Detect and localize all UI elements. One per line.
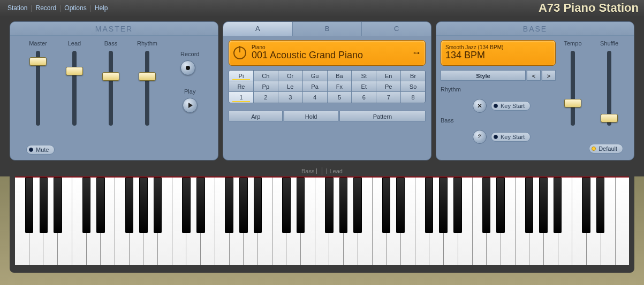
lcd-instrument: 001 Acoustic Grand Piano xyxy=(252,50,363,61)
hold-button[interactable]: Hold xyxy=(284,111,338,121)
rhythm-label: Rhythm xyxy=(441,86,468,93)
black-key[interactable] xyxy=(339,178,347,233)
fader-rhythm: Rhythm xyxy=(137,40,158,126)
fader-knob[interactable] xyxy=(139,72,156,81)
variation-cell[interactable]: 8 xyxy=(401,92,425,103)
black-key[interactable] xyxy=(82,178,90,233)
fader-track[interactable] xyxy=(36,51,40,126)
black-key[interactable] xyxy=(439,178,447,233)
style-next-button[interactable]: > xyxy=(542,70,556,81)
category-cell[interactable]: So xyxy=(401,81,425,92)
variation-cell[interactable]: 7 xyxy=(376,92,401,103)
black-key[interactable] xyxy=(96,178,104,233)
fader-track[interactable] xyxy=(72,51,77,126)
fader-knob[interactable] xyxy=(601,114,618,122)
bass-keystart-toggle[interactable]: Key Start xyxy=(491,132,531,142)
category-cell[interactable]: Ba xyxy=(328,71,352,81)
fader-track[interactable] xyxy=(145,51,149,126)
category-cell[interactable]: Ch xyxy=(254,71,278,81)
black-key[interactable] xyxy=(353,178,361,233)
master-panel: MASTER MasterLeadBassRhythm Record Play … xyxy=(10,21,218,160)
white-key[interactable] xyxy=(616,178,629,265)
black-key[interactable] xyxy=(139,178,147,233)
category-cell[interactable]: Et xyxy=(352,81,376,92)
mute-toggle[interactable]: Mute xyxy=(26,145,55,155)
rhythm-icon[interactable]: ✕ xyxy=(473,99,487,113)
category-cell[interactable]: St xyxy=(352,71,376,81)
fader-master: Master xyxy=(27,40,49,126)
default-toggle[interactable]: Default xyxy=(589,144,623,153)
black-key[interactable] xyxy=(40,178,48,233)
variation-cell[interactable]: 5 xyxy=(328,92,352,103)
play-button[interactable] xyxy=(183,98,198,113)
base-panel: BASE Smooth Jazz (134 BPM) 134 BPM Style… xyxy=(436,21,634,160)
black-key[interactable] xyxy=(453,178,461,233)
category-cell[interactable]: Br xyxy=(401,71,425,81)
black-key[interactable] xyxy=(182,178,190,233)
black-key[interactable] xyxy=(382,178,390,233)
black-key[interactable] xyxy=(25,178,33,233)
variation-cell[interactable]: 4 xyxy=(303,92,328,103)
fader-track[interactable] xyxy=(109,51,113,126)
tab-b[interactable]: B xyxy=(293,22,362,36)
arp-button[interactable]: Arp xyxy=(229,111,283,121)
variation-cell[interactable]: 6 xyxy=(352,92,376,103)
split-indicator[interactable]: Bass Lead xyxy=(15,164,629,176)
fader-track[interactable] xyxy=(571,51,575,126)
fader-knob[interactable] xyxy=(66,67,83,75)
black-key[interactable] xyxy=(154,178,162,233)
menu-help[interactable]: Help xyxy=(93,4,110,12)
rhythm-keystart-toggle[interactable]: Key Start xyxy=(491,101,531,111)
black-key[interactable] xyxy=(482,178,490,233)
black-key[interactable] xyxy=(496,178,504,233)
variation-cell[interactable]: 3 xyxy=(278,92,303,103)
category-cell[interactable]: Le xyxy=(278,81,303,92)
style-prev-button[interactable]: < xyxy=(527,70,541,81)
black-key[interactable] xyxy=(297,178,305,233)
tempo-lcd[interactable]: Smooth Jazz (134 BPM) 134 BPM xyxy=(441,40,556,66)
category-cell[interactable]: Pp xyxy=(254,81,278,92)
black-key[interactable] xyxy=(54,178,62,233)
bass-icon[interactable]: 𝄢 xyxy=(473,130,487,144)
instrument-lcd[interactable]: Piano 001 Acoustic Grand Piano ⊶ xyxy=(229,40,426,66)
black-key[interactable] xyxy=(196,178,204,233)
link-icon[interactable]: ⊶ xyxy=(413,49,420,57)
black-key[interactable] xyxy=(325,178,333,233)
category-cell[interactable]: Pi xyxy=(229,71,254,81)
menu-station[interactable]: Station xyxy=(5,4,29,12)
black-key[interactable] xyxy=(539,178,547,233)
black-key[interactable] xyxy=(239,178,247,233)
tab-a[interactable]: A xyxy=(223,22,293,36)
play-label: Play xyxy=(183,88,198,95)
fader-track[interactable] xyxy=(607,51,611,126)
style-button[interactable]: Style xyxy=(441,70,526,81)
menu-record[interactable]: Record xyxy=(33,4,58,12)
category-cell[interactable]: Gu xyxy=(303,71,328,81)
category-cell[interactable]: Re xyxy=(229,81,254,92)
category-cell[interactable]: Pe xyxy=(376,81,401,92)
app-title: A73 Piano Station xyxy=(539,1,639,15)
category-cell[interactable]: En xyxy=(376,71,401,81)
black-key[interactable] xyxy=(254,178,262,233)
variation-cell[interactable]: 2 xyxy=(254,92,278,103)
black-key[interactable] xyxy=(225,178,233,233)
fader-knob[interactable] xyxy=(29,57,47,66)
fader-knob[interactable] xyxy=(102,72,119,81)
fader-knob[interactable] xyxy=(564,99,581,107)
black-key[interactable] xyxy=(596,178,604,233)
black-key[interactable] xyxy=(525,178,533,233)
black-key[interactable] xyxy=(282,178,290,233)
pattern-button[interactable]: Pattern xyxy=(339,111,426,121)
menu-options[interactable]: Options xyxy=(62,4,88,12)
black-key[interactable] xyxy=(554,178,562,233)
black-key[interactable] xyxy=(582,178,590,233)
tab-c[interactable]: C xyxy=(362,22,431,36)
category-cell[interactable]: Or xyxy=(278,71,303,81)
variation-cell[interactable]: 1 xyxy=(229,92,254,103)
category-cell[interactable]: Fx xyxy=(328,81,352,92)
black-key[interactable] xyxy=(125,178,133,233)
black-key[interactable] xyxy=(425,178,433,233)
black-key[interactable] xyxy=(396,178,404,233)
record-button[interactable] xyxy=(180,60,195,75)
category-cell[interactable]: Pa xyxy=(303,81,328,92)
